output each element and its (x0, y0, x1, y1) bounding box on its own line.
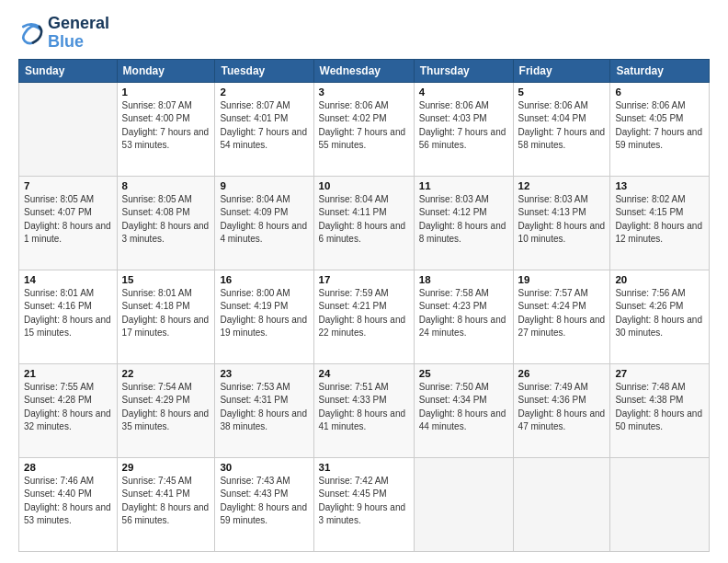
day-number: 20 (615, 274, 704, 285)
header: General Blue (18, 15, 710, 52)
day-number: 15 (122, 274, 210, 285)
logo-text: General Blue (48, 15, 109, 52)
day-number: 13 (615, 180, 704, 191)
table-row: 14 Sunrise: 8:01 AMSunset: 4:16 PMDaylig… (19, 270, 118, 363)
table-row: 19 Sunrise: 7:57 AMSunset: 4:24 PMDaylig… (513, 270, 610, 363)
col-saturday: Saturday (610, 59, 710, 82)
day-info: Sunrise: 7:45 AMSunset: 4:41 PMDaylight:… (122, 475, 210, 528)
table-row (513, 457, 610, 551)
day-number: 2 (220, 86, 308, 98)
table-row: 22 Sunrise: 7:54 AMSunset: 4:29 PMDaylig… (117, 363, 215, 457)
day-info: Sunrise: 7:58 AMSunset: 4:23 PMDaylight:… (419, 287, 508, 340)
day-info: Sunrise: 8:00 AMSunset: 4:19 PMDaylight:… (220, 287, 308, 340)
day-info: Sunrise: 8:02 AMSunset: 4:15 PMDaylight:… (615, 193, 704, 247)
table-row: 6 Sunrise: 8:06 AMSunset: 4:05 PMDayligh… (610, 82, 710, 176)
table-row: 29 Sunrise: 7:45 AMSunset: 4:41 PMDaylig… (117, 457, 215, 551)
day-number: 6 (615, 86, 704, 98)
day-info: Sunrise: 8:05 AMSunset: 4:08 PMDaylight:… (122, 193, 210, 247)
day-number: 4 (419, 86, 508, 98)
day-number: 5 (518, 86, 606, 98)
table-row (414, 457, 513, 551)
table-row: 10 Sunrise: 8:04 AMSunset: 4:11 PMDaylig… (313, 176, 414, 270)
day-number: 3 (319, 86, 409, 98)
day-info: Sunrise: 8:06 AMSunset: 4:05 PMDaylight:… (615, 99, 704, 153)
day-info: Sunrise: 8:01 AMSunset: 4:18 PMDaylight:… (122, 287, 210, 340)
table-row: 18 Sunrise: 7:58 AMSunset: 4:23 PMDaylig… (414, 270, 513, 363)
table-row: 28 Sunrise: 7:46 AMSunset: 4:40 PMDaylig… (19, 457, 118, 551)
day-number: 17 (319, 274, 409, 285)
calendar-table: Sunday Monday Tuesday Wednesday Thursday… (18, 59, 710, 552)
table-row: 9 Sunrise: 8:04 AMSunset: 4:09 PMDayligh… (215, 176, 313, 270)
day-info: Sunrise: 7:50 AMSunset: 4:34 PMDaylight:… (419, 381, 508, 434)
day-info: Sunrise: 8:07 AMSunset: 4:00 PMDaylight:… (122, 99, 210, 153)
day-info: Sunrise: 7:54 AMSunset: 4:29 PMDaylight:… (122, 381, 210, 434)
table-row (610, 457, 710, 551)
table-row: 2 Sunrise: 8:07 AMSunset: 4:01 PMDayligh… (215, 82, 313, 176)
day-number: 31 (319, 462, 409, 473)
day-number: 16 (220, 274, 308, 285)
table-row: 23 Sunrise: 7:53 AMSunset: 4:31 PMDaylig… (215, 363, 313, 457)
table-row: 4 Sunrise: 8:06 AMSunset: 4:03 PMDayligh… (414, 82, 513, 176)
day-number: 18 (419, 274, 508, 285)
table-row: 13 Sunrise: 8:02 AMSunset: 4:15 PMDaylig… (610, 176, 710, 270)
day-number: 12 (518, 180, 606, 191)
day-info: Sunrise: 7:53 AMSunset: 4:31 PMDaylight:… (220, 381, 308, 434)
col-sunday: Sunday (19, 59, 118, 82)
day-info: Sunrise: 8:04 AMSunset: 4:09 PMDaylight:… (220, 193, 308, 247)
table-row: 20 Sunrise: 7:56 AMSunset: 4:26 PMDaylig… (610, 270, 710, 363)
day-info: Sunrise: 7:43 AMSunset: 4:43 PMDaylight:… (220, 475, 308, 528)
table-row: 5 Sunrise: 8:06 AMSunset: 4:04 PMDayligh… (513, 82, 610, 176)
table-row: 15 Sunrise: 8:01 AMSunset: 4:18 PMDaylig… (117, 270, 215, 363)
day-info: Sunrise: 7:59 AMSunset: 4:21 PMDaylight:… (319, 287, 409, 340)
day-number: 8 (122, 180, 210, 191)
day-info: Sunrise: 8:06 AMSunset: 4:04 PMDaylight:… (518, 99, 606, 153)
table-row: 24 Sunrise: 7:51 AMSunset: 4:33 PMDaylig… (313, 363, 414, 457)
day-number: 11 (419, 180, 508, 191)
day-info: Sunrise: 7:49 AMSunset: 4:36 PMDaylight:… (518, 381, 606, 434)
table-row: 17 Sunrise: 7:59 AMSunset: 4:21 PMDaylig… (313, 270, 414, 363)
day-number: 29 (122, 462, 210, 473)
day-info: Sunrise: 8:06 AMSunset: 4:02 PMDaylight:… (319, 99, 409, 153)
table-row: 21 Sunrise: 7:55 AMSunset: 4:28 PMDaylig… (19, 363, 118, 457)
day-number: 1 (122, 86, 210, 98)
day-info: Sunrise: 7:56 AMSunset: 4:26 PMDaylight:… (615, 287, 704, 340)
table-row: 16 Sunrise: 8:00 AMSunset: 4:19 PMDaylig… (215, 270, 313, 363)
day-number: 28 (24, 462, 112, 473)
day-number: 19 (518, 274, 606, 285)
day-info: Sunrise: 7:42 AMSunset: 4:45 PMDaylight:… (319, 475, 409, 528)
day-info: Sunrise: 8:06 AMSunset: 4:03 PMDaylight:… (419, 99, 508, 153)
day-info: Sunrise: 8:03 AMSunset: 4:13 PMDaylight:… (518, 193, 606, 247)
col-wednesday: Wednesday (313, 59, 414, 82)
day-number: 10 (319, 180, 409, 191)
logo: General Blue (18, 15, 109, 52)
day-info: Sunrise: 7:55 AMSunset: 4:28 PMDaylight:… (24, 381, 112, 434)
table-row: 25 Sunrise: 7:50 AMSunset: 4:34 PMDaylig… (414, 363, 513, 457)
day-number: 21 (24, 368, 112, 379)
table-row: 7 Sunrise: 8:05 AMSunset: 4:07 PMDayligh… (19, 176, 118, 270)
table-row: 27 Sunrise: 7:48 AMSunset: 4:38 PMDaylig… (610, 363, 710, 457)
day-number: 9 (220, 180, 308, 191)
day-number: 30 (220, 462, 308, 473)
day-number: 24 (319, 368, 409, 379)
page: General Blue Sunday Monday Tuesday Wedne… (0, 0, 728, 563)
day-number: 26 (518, 368, 606, 379)
day-number: 25 (419, 368, 508, 379)
day-number: 22 (122, 368, 210, 379)
day-info: Sunrise: 8:03 AMSunset: 4:12 PMDaylight:… (419, 193, 508, 247)
day-number: 7 (24, 180, 112, 191)
calendar-header-row: Sunday Monday Tuesday Wednesday Thursday… (19, 59, 710, 82)
table-row: 26 Sunrise: 7:49 AMSunset: 4:36 PMDaylig… (513, 363, 610, 457)
logo-icon (18, 20, 44, 46)
table-row: 8 Sunrise: 8:05 AMSunset: 4:08 PMDayligh… (117, 176, 215, 270)
day-info: Sunrise: 7:51 AMSunset: 4:33 PMDaylight:… (319, 381, 409, 434)
day-info: Sunrise: 8:05 AMSunset: 4:07 PMDaylight:… (24, 193, 112, 247)
col-friday: Friday (513, 59, 610, 82)
col-tuesday: Tuesday (215, 59, 313, 82)
day-number: 27 (615, 368, 704, 379)
day-number: 14 (24, 274, 112, 285)
table-row: 3 Sunrise: 8:06 AMSunset: 4:02 PMDayligh… (313, 82, 414, 176)
day-info: Sunrise: 8:01 AMSunset: 4:16 PMDaylight:… (24, 287, 112, 340)
col-monday: Monday (117, 59, 215, 82)
day-info: Sunrise: 8:07 AMSunset: 4:01 PMDaylight:… (220, 99, 308, 153)
col-thursday: Thursday (414, 59, 513, 82)
